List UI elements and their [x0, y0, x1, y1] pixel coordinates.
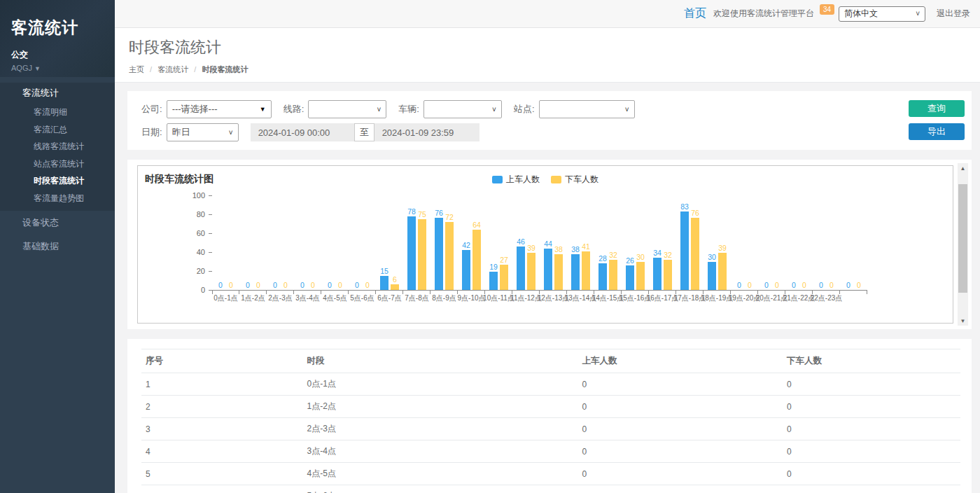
bar-value-label: 0 [328, 281, 332, 289]
chevron-down-icon: ˅ [377, 106, 381, 113]
bar-value-label: 0 [355, 281, 359, 289]
export-button[interactable]: 导出 [909, 123, 965, 140]
date-preset-select[interactable]: 昨日 ˅ [167, 123, 239, 141]
bar-alighting [691, 218, 699, 290]
org-code-dropdown[interactable]: AQGJ ▼ [11, 64, 104, 72]
date-from-input[interactable]: 2024-01-09 00:00 [251, 123, 354, 141]
bar-boarding [435, 218, 443, 290]
chart-container: 时段车流统计图 上车人数 下车人数 020406080100 000点-1点00… [137, 165, 953, 324]
bar-value-label: 27 [500, 256, 508, 264]
bar-value-label: 0 [300, 281, 304, 289]
chart-bar-group: 00 [349, 195, 376, 291]
x-axis-tick-label: 3点-4点 [294, 291, 321, 303]
chart-category: 384113点-14点 [567, 195, 594, 303]
query-button[interactable]: 查询 [909, 100, 965, 117]
chart-bar-column: 30 [636, 253, 645, 291]
bar-alighting [445, 222, 454, 290]
table-cell: 4点-5点 [302, 463, 578, 485]
notification-badge[interactable]: 34 [820, 4, 834, 15]
chart-bar-column: 15 [380, 267, 388, 290]
chart-bar-column: 0 [855, 281, 863, 290]
x-axis-tick-label: 6点-7点 [376, 291, 403, 303]
bar-value-label: 41 [582, 242, 590, 251]
language-select[interactable]: 简体中文 ˅ [839, 6, 925, 22]
chart-bar-column: 78 [407, 207, 416, 290]
chevron-down-icon: ˅ [229, 129, 233, 137]
scroll-down-arrow-icon[interactable]: ▼ [958, 316, 968, 326]
chart-category: 0019点-20点 [731, 195, 758, 303]
line-select[interactable]: ˅ [308, 100, 386, 118]
sidebar-item-line-passenger-stats[interactable]: 线路客流统计 [0, 138, 115, 155]
chart-category: 192710点-11点 [485, 195, 512, 303]
bar-value-label: 0 [775, 281, 779, 289]
sidebar-item-passenger-flow-detail[interactable]: 客流明细 [0, 104, 115, 121]
chart-bar-group: 3432 [649, 195, 676, 291]
table-row: 32点-3点00 [141, 418, 960, 440]
scrollbar-track[interactable] [958, 173, 968, 316]
chart-bar-group: 7875 [403, 195, 430, 291]
y-axis-tick: 100 [145, 191, 212, 200]
sidebar-item-station-passenger-stats[interactable]: 站点客流统计 [0, 155, 115, 173]
bar-value-label: 26 [626, 256, 634, 265]
date-to-input[interactable]: 2024-01-09 23:59 [374, 123, 479, 141]
x-axis-tick-label: 10点-11点 [485, 291, 512, 303]
bar-boarding [598, 263, 607, 290]
legend-swatch-yellow [551, 176, 561, 183]
breadcrumb-home[interactable]: 主页 [129, 65, 144, 74]
chart-bar-column: 30 [708, 253, 716, 291]
sidebar-item-period-passenger-stats[interactable]: 时段客流统计 [0, 172, 115, 190]
legend-item-boarding[interactable]: 上车人数 [492, 174, 540, 186]
sidebar-item-passenger-trend-chart[interactable]: 客流量趋势图 [0, 190, 115, 207]
chart-category: 1566点-7点 [376, 195, 403, 303]
bar-alighting [582, 251, 590, 290]
table-cell: 0 [783, 440, 960, 463]
bar-alighting [472, 230, 481, 290]
table-header-period: 时段 [302, 349, 578, 373]
vehicle-select[interactable]: ˅ [424, 100, 502, 118]
y-axis-tick-label: 20 [197, 267, 205, 275]
legend-item-alighting[interactable]: 下车人数 [551, 174, 598, 186]
bar-value-label: 0 [246, 281, 250, 289]
date-to-separator: 至 [354, 123, 374, 141]
breadcrumb-section[interactable]: 客流统计 [158, 65, 188, 74]
table-cell: 0 [578, 463, 783, 485]
bar-value-label: 0 [857, 281, 861, 289]
company-label: 公司: [141, 103, 162, 116]
sidebar-item-passenger-flow-summary[interactable]: 客流汇总 [0, 121, 115, 139]
table-cell: 0 [783, 485, 960, 493]
chart-bar-column: 46 [517, 237, 525, 290]
bar-value-label: 30 [636, 253, 645, 261]
table-cell: 1 [141, 373, 302, 396]
sidebar-item-passenger-flow-stats[interactable]: 客流统计 [0, 83, 115, 104]
bar-alighting [527, 253, 536, 290]
scrollbar-thumb[interactable] [958, 184, 967, 293]
logout-link[interactable]: 退出登录 [937, 8, 970, 20]
chart-bar-group: 4438 [540, 195, 567, 291]
table-cell: 0 [578, 440, 783, 463]
table-row: 65点-6点00 [141, 485, 960, 493]
home-link[interactable]: 首页 [684, 6, 706, 21]
sidebar-item-device-status[interactable]: 设备状态 [0, 211, 115, 235]
company-select[interactable]: ---请选择--- ▼ [167, 100, 272, 118]
chart-category: 42649点-10点 [458, 195, 485, 303]
bar-value-label: 28 [598, 254, 607, 263]
table-cell: 2点-3点 [302, 418, 578, 440]
chart-bar-column: 0 [281, 281, 290, 290]
welcome-text: 欢迎使用客流统计管理平台 [713, 8, 814, 20]
station-select[interactable]: ˅ [539, 100, 635, 118]
x-axis-tick-label: 2点-3点 [267, 291, 294, 303]
bar-alighting [554, 254, 563, 290]
y-axis-tick: 80 [145, 210, 212, 218]
bar-value-label: 75 [418, 210, 426, 218]
sidebar-item-base-data[interactable]: 基础数据 [0, 235, 115, 258]
table-panel: 序号 时段 上车人数 下车人数 10点-1点0021点-2点0032点-3点00… [127, 339, 972, 493]
x-axis-tick-label: 20点-21点 [758, 291, 785, 303]
breadcrumb-separator: / [150, 65, 152, 74]
chart-bar-column: 0 [336, 281, 344, 290]
scroll-up-arrow-icon[interactable]: ▲ [958, 163, 968, 173]
chart-category: 004点-5点 [321, 195, 349, 303]
bar-boarding [680, 211, 689, 290]
bar-boarding [708, 262, 716, 291]
chart-bar-column: 0 [244, 281, 252, 290]
bar-value-label: 0 [284, 281, 288, 289]
